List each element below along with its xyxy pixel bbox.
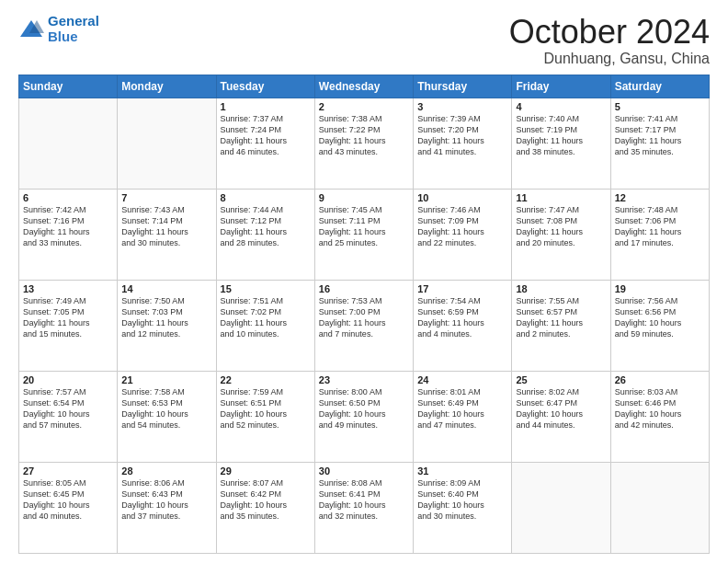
- day-info: Sunrise: 7:51 AM Sunset: 7:02 PM Dayligh…: [221, 295, 311, 340]
- day-cell-23: 23Sunrise: 8:00 AM Sunset: 6:50 PM Dayli…: [314, 371, 413, 462]
- day-cell-10: 10Sunrise: 7:46 AM Sunset: 7:09 PM Dayli…: [414, 189, 512, 280]
- day-cell-2: 2Sunrise: 7:38 AM Sunset: 7:22 PM Daylig…: [314, 98, 413, 189]
- day-cell-14: 14Sunrise: 7:50 AM Sunset: 7:03 PM Dayli…: [118, 280, 216, 371]
- day-number: 26: [615, 374, 705, 385]
- day-cell-11: 11Sunrise: 7:47 AM Sunset: 7:08 PM Dayli…: [512, 189, 610, 280]
- day-info: Sunrise: 7:50 AM Sunset: 7:03 PM Dayligh…: [121, 295, 211, 340]
- day-cell-26: 26Sunrise: 8:03 AM Sunset: 6:46 PM Dayli…: [610, 371, 709, 462]
- day-cell-13: 13Sunrise: 7:49 AM Sunset: 7:05 PM Dayli…: [19, 280, 118, 371]
- day-cell-5: 5Sunrise: 7:41 AM Sunset: 7:17 PM Daylig…: [610, 98, 709, 189]
- day-header-wednesday: Wednesday: [314, 75, 413, 98]
- day-number: 28: [121, 465, 211, 477]
- day-cell-15: 15Sunrise: 7:51 AM Sunset: 7:02 PM Dayli…: [216, 280, 314, 371]
- day-cell-19: 19Sunrise: 7:56 AM Sunset: 6:56 PM Dayli…: [610, 280, 709, 371]
- day-number: 12: [615, 192, 705, 203]
- day-info: Sunrise: 8:05 AM Sunset: 6:45 PM Dayligh…: [23, 477, 113, 523]
- empty-cell: [610, 462, 709, 553]
- day-info: Sunrise: 7:42 AM Sunset: 7:16 PM Dayligh…: [23, 204, 113, 249]
- day-cell-3: 3Sunrise: 7:39 AM Sunset: 7:20 PM Daylig…: [414, 98, 512, 189]
- day-cell-21: 21Sunrise: 7:58 AM Sunset: 6:53 PM Dayli…: [118, 371, 216, 462]
- day-info: Sunrise: 7:55 AM Sunset: 6:57 PM Dayligh…: [516, 295, 606, 340]
- day-number: 19: [615, 283, 705, 294]
- day-header-sunday: Sunday: [19, 75, 118, 98]
- day-number: 13: [23, 283, 113, 294]
- day-cell-30: 30Sunrise: 8:08 AM Sunset: 6:41 PM Dayli…: [314, 462, 413, 553]
- day-info: Sunrise: 8:08 AM Sunset: 6:41 PM Dayligh…: [319, 477, 409, 523]
- day-cell-4: 4Sunrise: 7:40 AM Sunset: 7:19 PM Daylig…: [512, 98, 610, 189]
- day-info: Sunrise: 7:39 AM Sunset: 7:20 PM Dayligh…: [417, 113, 507, 158]
- day-info: Sunrise: 7:44 AM Sunset: 7:12 PM Dayligh…: [221, 204, 311, 249]
- month-title: October 2024: [509, 14, 710, 51]
- day-number: 9: [319, 192, 409, 203]
- day-number: 29: [221, 465, 311, 477]
- empty-cell: [118, 98, 216, 189]
- day-number: 24: [417, 374, 507, 385]
- day-cell-1: 1Sunrise: 7:37 AM Sunset: 7:24 PM Daylig…: [216, 98, 314, 189]
- location: Dunhuang, Gansu, China: [509, 51, 710, 67]
- day-cell-20: 20Sunrise: 7:57 AM Sunset: 6:54 PM Dayli…: [19, 371, 118, 462]
- day-cell-22: 22Sunrise: 7:59 AM Sunset: 6:51 PM Dayli…: [216, 371, 314, 462]
- day-cell-31: 31Sunrise: 8:09 AM Sunset: 6:40 PM Dayli…: [414, 462, 512, 553]
- day-header-friday: Friday: [512, 75, 610, 98]
- day-number: 4: [516, 101, 606, 112]
- calendar-table: SundayMondayTuesdayWednesdayThursdayFrid…: [18, 75, 710, 554]
- day-number: 1: [221, 101, 311, 112]
- calendar-header-row: SundayMondayTuesdayWednesdayThursdayFrid…: [19, 75, 710, 98]
- day-number: 25: [516, 374, 606, 385]
- day-info: Sunrise: 7:40 AM Sunset: 7:19 PM Dayligh…: [516, 113, 606, 158]
- day-header-saturday: Saturday: [610, 75, 709, 98]
- logo-text: General Blue: [48, 14, 99, 44]
- day-cell-6: 6Sunrise: 7:42 AM Sunset: 7:16 PM Daylig…: [19, 189, 118, 280]
- day-info: Sunrise: 8:01 AM Sunset: 6:49 PM Dayligh…: [417, 386, 507, 431]
- day-number: 20: [23, 374, 113, 385]
- empty-cell: [19, 98, 118, 189]
- day-number: 27: [23, 465, 113, 477]
- day-cell-27: 27Sunrise: 8:05 AM Sunset: 6:45 PM Dayli…: [19, 462, 118, 553]
- day-number: 3: [417, 101, 507, 112]
- week-row-2: 6Sunrise: 7:42 AM Sunset: 7:16 PM Daylig…: [19, 189, 710, 280]
- day-cell-18: 18Sunrise: 7:55 AM Sunset: 6:57 PM Dayli…: [512, 280, 610, 371]
- day-cell-28: 28Sunrise: 8:06 AM Sunset: 6:43 PM Dayli…: [118, 462, 216, 553]
- day-cell-7: 7Sunrise: 7:43 AM Sunset: 7:14 PM Daylig…: [118, 189, 216, 280]
- week-row-3: 13Sunrise: 7:49 AM Sunset: 7:05 PM Dayli…: [19, 280, 710, 371]
- day-cell-12: 12Sunrise: 7:48 AM Sunset: 7:06 PM Dayli…: [610, 189, 709, 280]
- day-header-tuesday: Tuesday: [216, 75, 314, 98]
- day-info: Sunrise: 7:47 AM Sunset: 7:08 PM Dayligh…: [516, 204, 606, 249]
- title-block: October 2024 Dunhuang, Gansu, China: [509, 14, 710, 67]
- day-number: 6: [23, 192, 113, 203]
- header: General Blue October 2024 Dunhuang, Gans…: [18, 14, 710, 67]
- day-cell-16: 16Sunrise: 7:53 AM Sunset: 7:00 PM Dayli…: [314, 280, 413, 371]
- day-info: Sunrise: 8:02 AM Sunset: 6:47 PM Dayligh…: [516, 386, 606, 431]
- day-number: 17: [417, 283, 507, 294]
- day-cell-9: 9Sunrise: 7:45 AM Sunset: 7:11 PM Daylig…: [314, 189, 413, 280]
- day-info: Sunrise: 8:06 AM Sunset: 6:43 PM Dayligh…: [121, 477, 211, 523]
- day-number: 22: [221, 374, 311, 385]
- day-info: Sunrise: 7:46 AM Sunset: 7:09 PM Dayligh…: [417, 204, 507, 249]
- week-row-4: 20Sunrise: 7:57 AM Sunset: 6:54 PM Dayli…: [19, 371, 710, 462]
- day-info: Sunrise: 8:03 AM Sunset: 6:46 PM Dayligh…: [615, 386, 705, 431]
- day-number: 18: [516, 283, 606, 294]
- day-info: Sunrise: 8:09 AM Sunset: 6:40 PM Dayligh…: [417, 477, 507, 523]
- logo-icon: [18, 17, 44, 42]
- day-info: Sunrise: 7:57 AM Sunset: 6:54 PM Dayligh…: [23, 386, 113, 431]
- page: General Blue October 2024 Dunhuang, Gans…: [0, 0, 728, 563]
- day-cell-24: 24Sunrise: 8:01 AM Sunset: 6:49 PM Dayli…: [414, 371, 512, 462]
- day-number: 15: [221, 283, 311, 294]
- day-info: Sunrise: 7:58 AM Sunset: 6:53 PM Dayligh…: [121, 386, 211, 431]
- day-number: 23: [319, 374, 409, 385]
- day-number: 14: [121, 283, 211, 294]
- day-cell-17: 17Sunrise: 7:54 AM Sunset: 6:59 PM Dayli…: [414, 280, 512, 371]
- day-info: Sunrise: 7:56 AM Sunset: 6:56 PM Dayligh…: [615, 295, 705, 340]
- logo: General Blue: [18, 14, 99, 44]
- day-number: 7: [121, 192, 211, 203]
- day-header-thursday: Thursday: [414, 75, 512, 98]
- empty-cell: [512, 462, 610, 553]
- day-number: 16: [319, 283, 409, 294]
- day-info: Sunrise: 7:37 AM Sunset: 7:24 PM Dayligh…: [221, 113, 311, 158]
- day-info: Sunrise: 7:48 AM Sunset: 7:06 PM Dayligh…: [615, 204, 705, 249]
- day-info: Sunrise: 7:41 AM Sunset: 7:17 PM Dayligh…: [615, 113, 705, 158]
- day-info: Sunrise: 7:54 AM Sunset: 6:59 PM Dayligh…: [417, 295, 507, 340]
- day-info: Sunrise: 8:00 AM Sunset: 6:50 PM Dayligh…: [319, 386, 409, 431]
- day-info: Sunrise: 7:45 AM Sunset: 7:11 PM Dayligh…: [319, 204, 409, 249]
- day-info: Sunrise: 8:07 AM Sunset: 6:42 PM Dayligh…: [221, 477, 311, 523]
